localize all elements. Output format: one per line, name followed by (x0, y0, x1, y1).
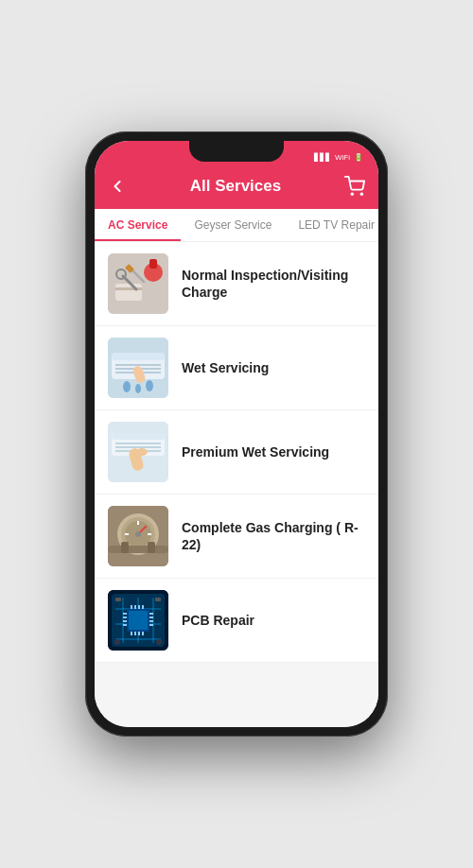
svg-point-16 (123, 381, 131, 392)
svg-point-68 (114, 639, 120, 645)
service-list: Normal Inspection/Visiting Charge (95, 242, 378, 727)
tab-geyser-service[interactable]: Geyser Service (181, 209, 285, 241)
phone-frame: ▋▋▋ WiFi 🔋 All Services (85, 131, 388, 737)
svg-point-17 (135, 384, 141, 393)
svg-point-0 (351, 193, 353, 195)
list-item[interactable]: Normal Inspection/Visiting Charge (95, 242, 378, 326)
app-header: All Services (95, 164, 378, 209)
service-name: Wet Servicing (182, 359, 269, 376)
list-item[interactable]: Wet Servicing (95, 326, 378, 410)
service-thumbnail (108, 338, 168, 398)
svg-rect-61 (142, 605, 144, 609)
phone-screen: ▋▋▋ WiFi 🔋 All Services (95, 141, 378, 727)
svg-rect-3 (115, 284, 142, 301)
svg-rect-55 (149, 616, 153, 618)
svg-rect-51 (123, 616, 127, 618)
svg-rect-38 (121, 542, 129, 553)
svg-rect-6 (149, 259, 157, 269)
svg-rect-65 (142, 632, 144, 635)
svg-point-69 (156, 639, 162, 645)
list-item[interactable]: Complete Gas Charging ( R-22) (95, 495, 378, 579)
tab-led-tv-repair[interactable]: LED TV Repair (285, 209, 378, 241)
svg-rect-66 (115, 598, 121, 601)
svg-rect-56 (149, 620, 153, 622)
notch (189, 141, 284, 162)
tabs-bar: AC Service Geyser Service LED TV Repair … (95, 209, 378, 242)
svg-rect-64 (138, 632, 140, 635)
list-item[interactable]: PCB Repair (95, 579, 378, 663)
wifi-icon: WiFi (335, 153, 350, 162)
svg-rect-52 (123, 620, 127, 622)
svg-point-18 (146, 380, 153, 391)
svg-rect-49 (129, 611, 148, 630)
svg-point-1 (360, 193, 362, 195)
svg-rect-53 (123, 624, 127, 626)
svg-point-27 (136, 448, 148, 456)
service-thumbnail (108, 590, 168, 651)
svg-rect-59 (134, 605, 136, 609)
page-title: All Services (127, 177, 344, 196)
svg-rect-22 (112, 433, 165, 440)
list-item[interactable]: Premium Wet Servicing (95, 410, 378, 495)
status-icons: ▋▋▋ WiFi 🔋 (314, 153, 363, 162)
service-name: Normal Inspection/Visiting Charge (182, 267, 365, 301)
svg-rect-12 (112, 353, 165, 360)
svg-rect-60 (138, 605, 140, 609)
service-thumbnail (108, 253, 168, 314)
signal-icon: ▋▋▋ (314, 153, 331, 162)
svg-rect-23 (115, 443, 161, 444)
cart-button[interactable] (344, 176, 365, 197)
back-button[interactable] (108, 177, 127, 196)
svg-rect-13 (115, 364, 161, 366)
svg-rect-67 (155, 598, 161, 601)
svg-rect-62 (131, 632, 132, 635)
svg-rect-58 (131, 605, 132, 609)
battery-icon: 🔋 (354, 153, 363, 162)
svg-rect-24 (115, 446, 161, 448)
tab-ac-service[interactable]: AC Service (95, 209, 181, 241)
svg-rect-63 (134, 632, 136, 635)
svg-rect-37 (108, 546, 168, 553)
service-thumbnail (108, 422, 168, 482)
svg-rect-54 (149, 613, 153, 615)
svg-rect-4 (115, 287, 142, 290)
svg-rect-57 (149, 624, 153, 626)
svg-point-36 (135, 531, 141, 537)
svg-rect-39 (148, 542, 155, 553)
svg-rect-50 (123, 613, 127, 615)
service-name: Premium Wet Servicing (182, 443, 329, 460)
service-thumbnail (108, 506, 168, 566)
service-name: PCB Repair (182, 612, 254, 629)
service-name: Complete Gas Charging ( R-22) (182, 519, 365, 553)
